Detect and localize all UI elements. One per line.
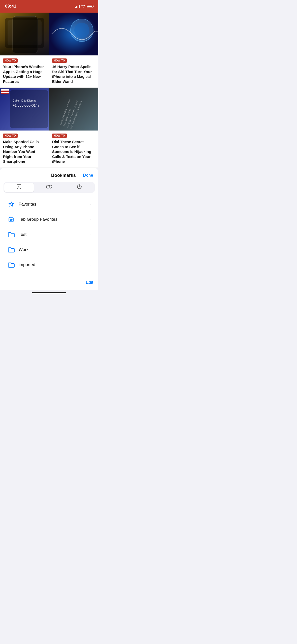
bookmark-item-favorites[interactable]: Favorites › xyxy=(4,197,95,212)
bookmarks-header: Bookmarks Done xyxy=(0,168,98,178)
bookmark-item-tab-group-favorites[interactable]: Tab Group Favorites › xyxy=(4,212,95,227)
bookmark-list: Favorites › Tab Group Favorites › Te xyxy=(4,197,95,272)
tab-group-favorites-chevron: › xyxy=(89,217,91,221)
imported-icon-wrap xyxy=(8,261,15,269)
test-icon-wrap xyxy=(8,231,15,238)
home-indicator xyxy=(0,290,98,296)
tab-history[interactable] xyxy=(64,183,94,192)
test-label: Test xyxy=(19,232,89,237)
done-button[interactable]: Done xyxy=(83,173,93,178)
article-image-potter xyxy=(49,13,98,55)
bookmark-item-imported[interactable]: imported › xyxy=(4,257,95,272)
work-label: Work xyxy=(19,247,89,252)
edit-button[interactable]: Edit xyxy=(86,280,93,285)
tab-group-favorites-icon-wrap xyxy=(8,216,15,223)
bookmarks-panel: Bookmarks Done xyxy=(0,168,98,290)
article-title-codes: Dial These Secret Codes to See if Someon… xyxy=(52,139,95,164)
bookmark-item-test[interactable]: Test › xyxy=(4,227,95,242)
article-image-codes: Setting Forwarding Succeeded Fax Call Fo… xyxy=(49,88,98,131)
svg-rect-10 xyxy=(1,90,9,91)
signal-icon xyxy=(75,5,80,8)
article-content-codes: HOW TO Dial These Secret Codes to See if… xyxy=(49,131,98,168)
svg-rect-24 xyxy=(10,217,13,218)
test-chevron: › xyxy=(89,233,91,237)
work-chevron: › xyxy=(89,248,91,252)
article-content-weather: HOW TO Your iPhone's Weather App Is Gett… xyxy=(0,55,49,88)
tab-group-favorites-label: Tab Group Favorites xyxy=(19,217,89,222)
article-content-spoofed: HOW TO Make Spoofed Calls Using Any Phon… xyxy=(0,131,49,168)
bookmarks-tab-icon xyxy=(16,184,22,190)
bookmark-item-work[interactable]: Work › xyxy=(4,242,95,257)
article-badge-spoofed: HOW TO xyxy=(3,134,18,138)
star-icon xyxy=(8,201,15,208)
tab-group-star-icon xyxy=(8,216,15,223)
article-image-weather xyxy=(0,13,49,55)
folder-icon-test xyxy=(8,232,15,238)
article-content-potter: HOW TO 16 Harry Potter Spells for Siri T… xyxy=(49,55,98,88)
article-title-weather: Your iPhone's Weather App Is Getting a H… xyxy=(3,64,46,84)
article-card-codes[interactable]: Setting Forwarding Succeeded Fax Call Fo… xyxy=(49,88,98,168)
bottom-bar: Edit xyxy=(0,277,98,290)
imported-chevron: › xyxy=(89,263,91,267)
svg-rect-3 xyxy=(13,16,38,53)
article-card-potter[interactable]: HOW TO 16 Harry Potter Spells for Siri T… xyxy=(49,13,98,88)
favorites-label: Favorites xyxy=(19,202,89,207)
svg-rect-11 xyxy=(1,92,9,93)
imported-label: imported xyxy=(19,262,89,267)
home-bar xyxy=(32,292,66,293)
article-badge-codes: HOW TO xyxy=(52,134,67,138)
article-badge-potter: HOW TO xyxy=(52,58,67,63)
article-title-potter: 16 Harry Potter Spells for Siri That Tur… xyxy=(52,64,95,84)
favorites-chevron: › xyxy=(89,202,91,206)
svg-text:Caller ID to Display: Caller ID to Display xyxy=(13,99,37,102)
battery-icon xyxy=(87,5,93,8)
article-badge-weather: HOW TO xyxy=(3,58,18,63)
tab-bookmarks[interactable] xyxy=(4,183,34,192)
svg-rect-23 xyxy=(9,218,13,222)
article-title-spoofed: Make Spoofed Calls Using Any Phone Numbe… xyxy=(3,139,46,164)
status-time: 09:41 xyxy=(5,4,16,9)
svg-rect-9 xyxy=(1,89,9,90)
status-icons xyxy=(75,4,93,8)
article-grid: HOW TO Your iPhone's Weather App Is Gett… xyxy=(0,13,98,168)
reading-list-tab-icon xyxy=(46,185,52,190)
status-bar: 09:41 xyxy=(0,0,98,13)
tab-reading-list[interactable] xyxy=(35,183,64,192)
favorites-icon-wrap xyxy=(8,201,15,208)
folder-icon-imported xyxy=(8,262,15,268)
svg-rect-12 xyxy=(10,90,48,128)
wifi-icon xyxy=(81,4,85,8)
folder-icon-work xyxy=(8,247,15,253)
svg-point-6 xyxy=(74,23,89,38)
bookmarks-title: Bookmarks xyxy=(44,173,83,178)
article-card-weather[interactable]: HOW TO Your iPhone's Weather App Is Gett… xyxy=(0,13,49,88)
work-icon-wrap xyxy=(8,246,15,253)
history-tab-icon xyxy=(77,184,82,190)
article-image-spoofed: Caller ID to Display +1 888-555-0147 xyxy=(0,88,49,131)
tab-bar xyxy=(4,182,95,193)
article-card-spoofed[interactable]: Caller ID to Display +1 888-555-0147 HOW… xyxy=(0,88,49,168)
svg-text:+1 888-555-0147: +1 888-555-0147 xyxy=(13,103,40,107)
